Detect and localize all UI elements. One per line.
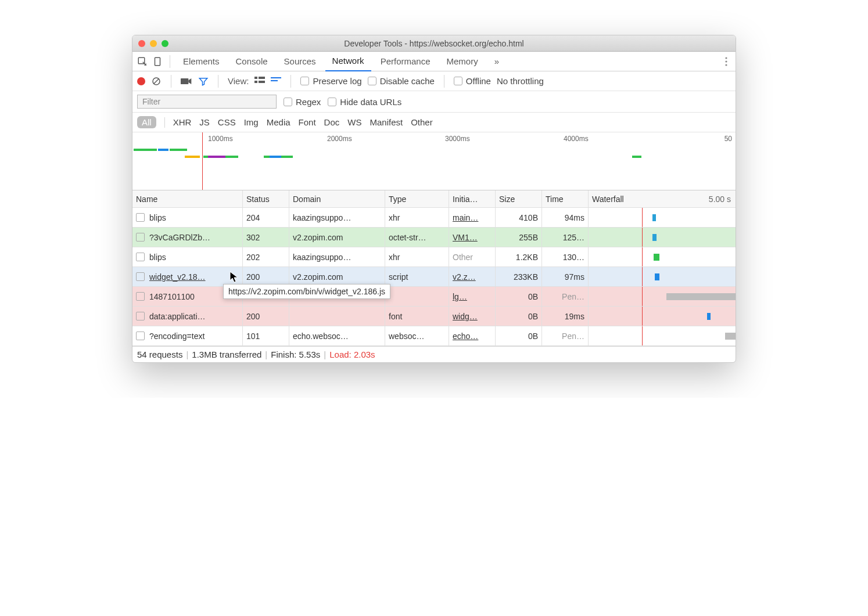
col-name[interactable]: Name [132,190,243,207]
preserve-log-label: Preserve log [313,76,361,86]
cell-domain: kaazingsuppo… [289,247,385,266]
separator [290,75,291,88]
filter-row: Filter Regex Hide data URLs [132,91,736,113]
cell-size: 0B [496,326,542,345]
cell-status: 200 [243,307,289,326]
record-button[interactable] [137,77,145,85]
table-row[interactable]: data:applicati…200fontwidg…0B19ms [132,307,736,326]
tab-memory[interactable]: Memory [440,52,485,71]
tab-sources[interactable]: Sources [277,52,323,71]
cell-time: 19ms [542,307,589,326]
type-filter-doc[interactable]: Doc [324,117,340,127]
disable-cache-checkbox[interactable]: Disable cache [368,76,435,86]
cell-name: ?3vCaGRDlZb… [132,228,243,247]
status-requests: 54 requests [137,350,182,359]
titlebar: Developer Tools - https://websocket.org/… [132,35,736,52]
svg-rect-12 [271,77,281,78]
cell-initiator: main… [449,208,496,227]
tabs-overflow[interactable]: » [487,52,506,71]
type-filter-font[interactable]: Font [299,117,316,127]
cell-type: octet-str… [385,228,449,247]
col-waterfall[interactable]: Waterfall 5.00 s [589,190,736,207]
cell-name-text: data:applicati… [149,312,206,321]
col-type[interactable]: Type [385,190,449,207]
cell-time: 125… [542,228,589,247]
col-size[interactable]: Size [496,190,542,207]
overview-load-line [202,132,203,190]
view-label: View: [228,76,249,86]
type-filter-all[interactable]: All [137,116,156,128]
waterfall-load-line [642,326,643,345]
type-filter-css[interactable]: CSS [218,117,236,127]
col-initiator[interactable]: Initia… [449,190,496,207]
filter-icon[interactable] [198,76,209,87]
overview-timeline[interactable]: 1000ms 2000ms 3000ms 4000ms 50 [132,132,736,190]
svg-point-2 [725,57,727,59]
type-filter-ws[interactable]: WS [347,117,361,127]
separator [444,75,444,88]
cell-size: 255B [496,228,542,247]
type-filter-media[interactable]: Media [267,117,290,127]
maximize-window-button[interactable] [162,40,168,47]
table-row[interactable]: ?3vCaGRDlZb…302v2.zopim.comoctet-str…VM1… [132,228,736,247]
svg-rect-13 [271,80,278,81]
overview-bar [208,156,225,158]
waterfall-load-line [642,208,643,227]
minimize-window-button[interactable] [150,40,157,47]
cell-size: 0B [496,287,542,306]
type-filter-manifest[interactable]: Manifest [370,117,403,127]
type-filter-js[interactable]: JS [199,117,210,127]
col-domain[interactable]: Domain [289,190,385,207]
col-status[interactable]: Status [243,190,289,207]
type-filter-xhr[interactable]: XHR [173,117,192,127]
kebab-menu-icon[interactable] [720,57,732,66]
regex-checkbox[interactable]: Regex [284,97,321,107]
table-row[interactable]: blips204kaazingsuppo…xhrmain…410B94ms [132,208,736,228]
waterfall-load-line [642,307,643,326]
svg-point-4 [725,64,727,66]
tab-elements[interactable]: Elements [176,52,227,71]
svg-rect-7 [181,78,188,84]
table-row[interactable]: ?encoding=text101echo.websoc…websoc…echo… [132,326,736,346]
disable-cache-label: Disable cache [380,76,435,86]
svg-rect-10 [254,81,257,83]
view-large-icon[interactable] [254,76,265,86]
cell-type: font [385,307,449,326]
cell-time: Pen… [542,326,589,345]
cell-initiator: Other [449,247,496,266]
cell-time: Pen… [542,287,589,306]
cell-domain [289,307,385,326]
separator [218,75,218,88]
offline-checkbox[interactable]: Offline [454,76,491,86]
inspect-element-icon[interactable] [136,55,149,68]
throttling-select[interactable]: No throttling [497,76,544,86]
close-window-button[interactable] [138,40,145,47]
svg-rect-1 [155,57,160,66]
hide-data-urls-checkbox[interactable]: Hide data URLs [328,97,401,107]
file-icon [136,253,145,261]
device-toolbar-icon[interactable] [151,55,164,68]
waterfall-bar [652,214,656,221]
col-time[interactable]: Time [542,190,589,207]
type-filter-other[interactable]: Other [411,117,433,127]
tab-console[interactable]: Console [229,52,275,71]
cell-initiator: widg… [449,307,496,326]
waterfall-bar [654,254,659,261]
cell-name-text: blips [149,253,166,262]
table-row[interactable]: blips202kaazingsuppo…xhrOther1.2KB130… [132,247,736,267]
file-icon [136,272,145,281]
cell-name: ?encoding=text [132,326,243,345]
tab-network[interactable]: Network [325,52,371,71]
filter-input[interactable]: Filter [137,95,277,109]
separator [170,55,170,68]
grid-header: Name Status Domain Type Initia… Size Tim… [132,190,736,208]
view-small-icon[interactable] [271,76,281,86]
capture-screenshots-icon[interactable] [181,77,192,85]
cell-initiator: echo… [449,326,496,345]
tab-performance[interactable]: Performance [374,52,437,71]
preserve-log-checkbox[interactable]: Preserve log [300,76,361,86]
clear-icon[interactable] [151,76,162,87]
type-filter-img[interactable]: Img [244,117,259,127]
cell-type: script [385,267,449,286]
cell-type: xhr [385,247,449,266]
